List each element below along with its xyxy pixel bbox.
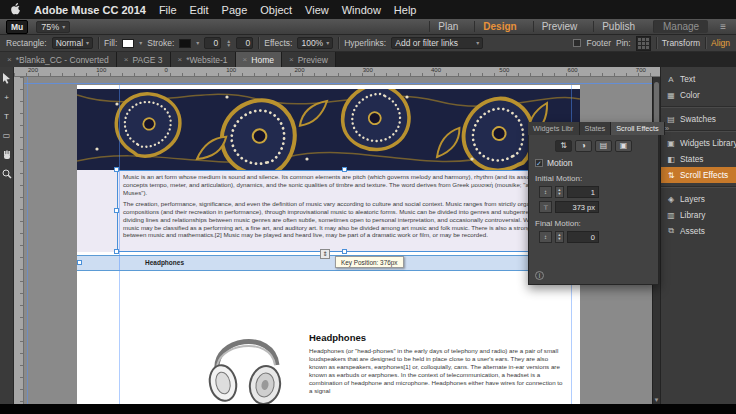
sidebar-item-scroll-effects[interactable]: ⇅Scroll Effects	[661, 167, 736, 183]
ruler-vertical[interactable]	[14, 77, 24, 404]
close-icon[interactable]: ×	[289, 55, 294, 64]
motion-checkbox[interactable]: ✓	[535, 159, 543, 167]
close-icon[interactable]: ×	[124, 55, 129, 64]
rectangle-tool-icon[interactable]: ▭	[1, 130, 13, 141]
headphones-sketch-image[interactable]	[203, 321, 288, 404]
music-text-block[interactable]: Music is an art form whose medium is sou…	[77, 170, 580, 252]
slideshow-effect-icon[interactable]: ▤	[595, 140, 612, 152]
apple-menu-icon[interactable]	[10, 3, 21, 17]
pin-grid[interactable]	[636, 36, 651, 51]
menu-window[interactable]: Window	[342, 4, 381, 16]
workspace: + T ▭ 2001000100200300400500600700	[0, 67, 736, 404]
transform-button[interactable]: Transform	[662, 38, 700, 48]
menu-object[interactable]: Object	[260, 4, 292, 16]
menu-edit[interactable]: Edit	[190, 4, 209, 16]
panel-tab-states[interactable]: States	[580, 122, 612, 135]
zoom-dropdown[interactable]: 75%▾	[36, 21, 70, 33]
state-dropdown[interactable]: Normal▾	[52, 37, 93, 49]
sidebar-item-states[interactable]: ◧States	[661, 151, 736, 167]
vertical-direction-toggle[interactable]: ↕	[539, 231, 552, 243]
chevron-down-icon[interactable]: ▾	[196, 40, 199, 46]
selection-handle[interactable]	[114, 249, 119, 254]
selection-handle[interactable]	[114, 167, 119, 172]
workspace-menu-icon[interactable]: ≡	[716, 21, 730, 32]
header-ornament-image[interactable]	[77, 89, 580, 170]
sidebar-item-layers[interactable]: ◈Layers	[661, 191, 736, 207]
hyperlinks-dropdown[interactable]: Add or filter links▾	[391, 37, 483, 49]
fixed-effect-icon[interactable]: ▣	[615, 140, 632, 152]
close-icon[interactable]: ×	[7, 55, 12, 64]
stroke-weight-field[interactable]: 0	[204, 37, 221, 49]
doc-tab-website1[interactable]: ×*Website-1	[171, 52, 236, 67]
doc-tab-home[interactable]: ×Home	[236, 52, 282, 67]
panel-info-icon[interactable]: i	[535, 271, 544, 280]
selection-handle[interactable]	[342, 249, 347, 254]
menu-page[interactable]: Page	[222, 4, 248, 16]
nav-plan-button[interactable]: Plan	[429, 21, 466, 32]
initial-motion-value-field[interactable]: 1	[567, 186, 599, 198]
stroke-swatch[interactable]	[179, 39, 191, 48]
stepper-icon[interactable]: ▴▾	[555, 231, 564, 243]
menu-help[interactable]: Help	[394, 4, 417, 16]
doc-tab-page3[interactable]: ×PAGE 3	[117, 52, 171, 67]
stroke-weight-stepper[interactable]: ▲▼	[226, 39, 231, 47]
divider	[661, 106, 736, 108]
chevron-down-icon[interactable]: ▾	[139, 40, 142, 46]
selection-handle[interactable]	[77, 260, 82, 265]
scrollbar-down-icon[interactable]: ▼	[653, 396, 660, 404]
text-tool-icon[interactable]: T	[1, 111, 13, 122]
panel-overflow-icon[interactable]: »	[665, 122, 672, 135]
fill-swatch[interactable]	[122, 39, 134, 48]
panel-tab-widgets-library[interactable]: Widgets Libr	[528, 122, 580, 135]
doc-tab-preview[interactable]: ×Preview	[282, 52, 336, 67]
sidebar-item-color[interactable]: ▦Color	[661, 87, 736, 103]
sidebar-item-library[interactable]: ▥Library	[661, 207, 736, 223]
doc-tab-blanka[interactable]: ×*Blanka_CC - Converted	[0, 52, 117, 67]
sidebar-item-text[interactable]: AText	[661, 71, 736, 87]
initial-motion-label: Initial Motion:	[535, 174, 652, 183]
nav-publish-button[interactable]: Publish	[593, 21, 643, 32]
opacity-dropdown[interactable]: 100%▾	[297, 37, 333, 49]
align-button[interactable]: Align	[711, 38, 730, 48]
sidebar-item-swatches[interactable]: ▤Swatches	[661, 111, 736, 127]
footer-label: Footer	[586, 38, 611, 48]
page-home[interactable]: Music is an art form whose medium is sou…	[77, 85, 580, 404]
sidebar-item-assets[interactable]: ⧉Assets	[661, 223, 736, 239]
opacity-effect-icon[interactable]: ◑	[575, 140, 592, 152]
crop-tool-icon[interactable]: +	[1, 92, 13, 103]
guide-line[interactable]	[24, 83, 660, 84]
key-position-handle-icon[interactable]: ⇕	[320, 249, 330, 259]
color-icon: ▦	[666, 91, 676, 100]
stepper-icon[interactable]: ▴▾	[555, 186, 564, 198]
close-icon[interactable]: ×	[178, 55, 183, 64]
layers-icon: ◈	[666, 195, 676, 204]
nav-design-button[interactable]: Design	[474, 21, 524, 32]
final-motion-value-field[interactable]: 0	[567, 231, 599, 243]
selection-tool-icon[interactable]	[1, 73, 13, 84]
sidebar-item-widgets-library[interactable]: ▣Widgets Library	[661, 135, 736, 151]
app-menu[interactable]: Adobe Muse CC 2014	[34, 4, 146, 16]
vertical-direction-toggle[interactable]: ↕	[539, 186, 552, 198]
margin-guide[interactable]	[119, 85, 120, 404]
footer-checkbox[interactable]	[573, 39, 581, 47]
guide-line[interactable]	[27, 77, 28, 404]
chevron-down-icon: ▾	[86, 40, 89, 46]
hand-tool-icon[interactable]	[1, 149, 13, 160]
corner-radius-field[interactable]: 0	[236, 37, 253, 49]
selection-handle[interactable]	[342, 167, 347, 172]
nav-preview-button[interactable]: Preview	[533, 21, 586, 32]
menu-view[interactable]: View	[305, 4, 329, 16]
selection-handle[interactable]	[114, 208, 119, 213]
panel-tab-scroll-effects[interactable]: Scroll Effects	[611, 122, 664, 135]
ruler-horizontal[interactable]: 2001000100200300400500600700	[14, 67, 660, 77]
assets-icon: ⧉	[666, 226, 676, 236]
divider	[661, 130, 736, 132]
motion-effect-icon[interactable]: ⇅	[555, 140, 572, 152]
chevron-down-icon: ▾	[476, 40, 479, 46]
menu-file[interactable]: File	[159, 4, 177, 16]
close-icon[interactable]: ×	[243, 55, 248, 64]
key-position-field[interactable]: 373 px	[555, 201, 599, 213]
music-paragraph-1: Music is an art form whose medium is sou…	[123, 173, 570, 196]
zoom-tool-icon[interactable]	[1, 168, 13, 179]
nav-manage-button[interactable]: Manage	[653, 20, 708, 33]
